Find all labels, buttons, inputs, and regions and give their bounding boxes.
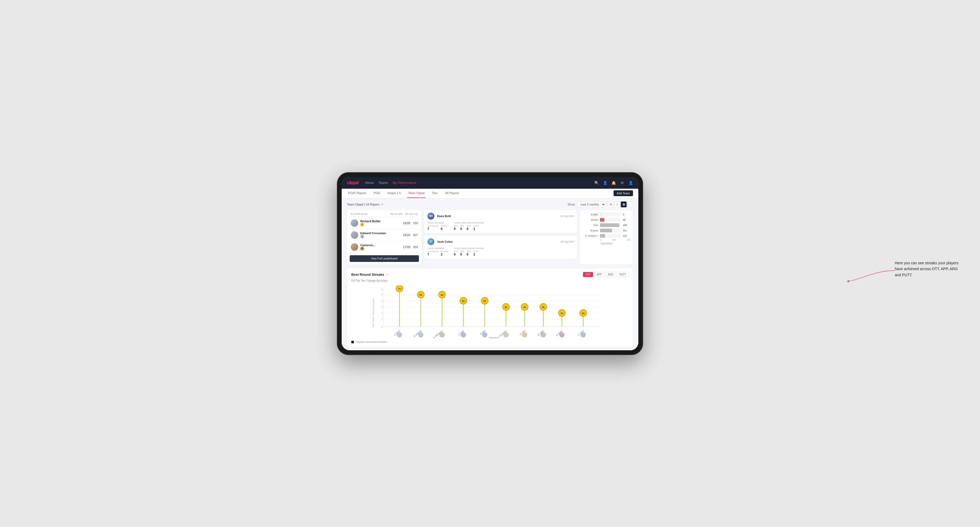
subnav-all-players[interactable]: All Players — [444, 189, 460, 198]
bar-row-pars: Pars 499 — [582, 223, 630, 227]
player-avatar-quick-chart — [581, 332, 586, 338]
arg-stat-2: ARG 0 — [466, 250, 471, 256]
streak-chart-svg: Best Streak, Fairway Accuracy 0 1 2 3 — [351, 285, 629, 338]
table-row: Cameron... 3 17/20 103 — [350, 241, 419, 253]
player-card-josh-coles: JC Josh Coles 26 Aug 2023 Total Rounds T… — [424, 236, 577, 259]
export-icon[interactable]: ↓ — [627, 202, 633, 207]
card-stats-2: Total Rounds Tournament 7 Practice 2 — [428, 247, 574, 256]
arg-label-1: ARG — [466, 225, 471, 227]
filter-ott[interactable]: OTT — [583, 272, 593, 277]
card-date-1: 02 Sep 2023 — [560, 215, 574, 217]
filter-putt[interactable]: PUTT — [617, 272, 629, 277]
x-label-200: 200 — [612, 239, 616, 241]
putt-val-1: 1 — [474, 227, 476, 231]
filter-app[interactable]: APP — [594, 272, 604, 277]
edit-icon[interactable]: ✏ — [381, 203, 383, 206]
player-avatar-billingham-chart — [439, 332, 445, 338]
bar-row-birdies: Birdies 96 — [582, 218, 630, 222]
ott-label-2: OTT — [454, 250, 458, 252]
ott-val-2: 0 — [454, 252, 456, 256]
leaderboard-header: PLAYER NAME PB SCORE PB AVG SQ — [350, 213, 419, 217]
period-select[interactable]: Last 3 months — [577, 202, 606, 207]
sub-navigation: PGAT Players PGA Hcaps 1-5 Team Clippd T… — [342, 189, 638, 198]
practice-stat-2: Practice 2 — [441, 250, 449, 256]
ott-stat-1: OTT 0 — [454, 225, 458, 231]
device-screen: clippd Home Teams My Performance 🔍 👤 🔔 ⚙… — [342, 177, 638, 350]
ott-label-1: OTT — [454, 225, 458, 227]
card-player-name-1: Rees Britt — [437, 214, 558, 218]
nav-home[interactable]: Home — [365, 181, 374, 185]
profile-icon[interactable]: 👤 — [628, 181, 633, 185]
subnav-tour[interactable]: Tour — [431, 189, 439, 198]
grid-view-icon[interactable]: ⊞ — [608, 202, 614, 207]
practice-stat-1: Practice 6 — [441, 225, 449, 231]
player-avatar-mcharg-chart — [418, 332, 423, 338]
subnav-pgat-players[interactable]: PGAT Players — [347, 189, 368, 198]
bar-label-birdies: Birdies — [582, 219, 598, 221]
x-label-400: 400 — [627, 239, 630, 241]
player-avatar-rees: RB — [428, 213, 434, 220]
pb-score-3: 17/20 — [403, 245, 410, 249]
player-name-wrap-1: Richard Butler 1 — [360, 220, 380, 227]
card-view-icon[interactable]: ▦ — [621, 202, 627, 207]
stat-sub-row-2: Tournament 7 Practice 2 — [428, 250, 449, 256]
practice-sub-row-1: OTT 0 APP 0 ARG 0 — [454, 225, 484, 231]
player-avatar-3 — [351, 243, 358, 251]
bar-value-pars: 499 — [623, 224, 630, 227]
streaks-title-wrap: Best Round Streaks ← — [351, 272, 390, 276]
rank-badge-3: 3 — [360, 247, 364, 251]
arg-val-1: 0 — [466, 227, 468, 231]
add-team-button[interactable]: Add Team — [614, 190, 633, 196]
bar-label-d-bogeys: D. Bogeys + — [582, 235, 598, 237]
view-icons: ⊞ ≡ ▦ ↓ — [608, 202, 633, 207]
app-logo: clippd — [347, 181, 359, 185]
stat-group-practice-2: Total Practice Activities OTT 0 APP 0 — [454, 247, 484, 256]
streak-val-britt: 5x — [483, 300, 486, 302]
subnav-hcaps[interactable]: Hcaps 1-5 — [387, 189, 402, 198]
bar-label-eagles: Eagles — [582, 213, 598, 216]
subnav-team-clippd[interactable]: Team Clippd — [407, 189, 426, 198]
streak-val-butler: 3x — [561, 312, 563, 314]
streak-filters: OTT APP ARG PUTT — [583, 272, 629, 277]
view-leaderboard-button[interactable]: View Full Leaderboard — [350, 255, 419, 262]
filter-arg[interactable]: ARG — [605, 272, 616, 277]
tournament-stat-1: Tournament 7 — [428, 225, 439, 231]
stat-group-practice-1: Total Practice Activities OTT 0 APP 0 — [454, 222, 484, 231]
pb-score-2: 18/20 — [403, 233, 410, 237]
player-name-1: Richard Butler — [360, 220, 380, 223]
subnav-pga[interactable]: PGA — [373, 189, 381, 198]
notification-icon[interactable]: 🔔 — [611, 181, 616, 185]
nav-teams[interactable]: Teams — [379, 181, 388, 185]
bar-row-eagles: Eagles 3 — [582, 213, 630, 216]
card-top-1: RB Rees Britt 02 Sep 2023 — [428, 213, 574, 220]
player-info-2: Edward Crossman 2 — [351, 231, 400, 239]
avatar-image-3 — [351, 243, 358, 251]
player-avatar-crossman-chart — [503, 332, 509, 338]
settings-icon[interactable]: ⚙ — [620, 181, 625, 185]
leaderboard-card: PLAYER NAME PB SCORE PB AVG SQ Richard B… — [347, 210, 422, 265]
search-icon[interactable]: 🔍 — [594, 181, 599, 185]
list-view-icon[interactable]: ≡ — [614, 202, 620, 207]
app-label-2: APP — [460, 250, 465, 252]
subtitle-detail: Fairway Accuracy — [366, 279, 387, 282]
top-navigation: clippd Home Teams My Performance 🔍 👤 🔔 ⚙… — [342, 177, 638, 189]
arg-label-2: ARG — [466, 250, 471, 252]
tournament-label-1: Tournament — [428, 225, 439, 227]
chart-x-labels: 0 200 400 — [582, 239, 630, 241]
y-axis-label: Best Streak, Fairway Accuracy — [372, 298, 374, 327]
player-name-3: Cameron... — [360, 243, 375, 247]
ott-stat-2: OTT 0 — [454, 250, 458, 256]
streak-val-ebert: 7x — [398, 287, 401, 290]
tournament-val-1: 7 — [428, 227, 429, 231]
app-val-2: 0 — [460, 252, 462, 256]
streaks-header: Best Round Streaks ← OTT APP ARG PUTT — [351, 272, 629, 277]
sub-nav-right: Add Team — [614, 190, 633, 196]
bar-row-bogeys: Bogeys 311 — [582, 229, 630, 232]
bar-fill-bogeys — [600, 229, 612, 232]
bar-chart-card: Eagles 3 Birdies 96 — [580, 210, 633, 265]
nav-my-performance[interactable]: My Performance — [393, 181, 416, 185]
putt-val-2: 1 — [474, 252, 476, 256]
user-icon[interactable]: 👤 — [603, 181, 608, 185]
card-top-2: JC Josh Coles 26 Aug 2023 — [428, 238, 574, 245]
table-row: Edward Crossman 2 18/20 107 — [350, 229, 419, 241]
